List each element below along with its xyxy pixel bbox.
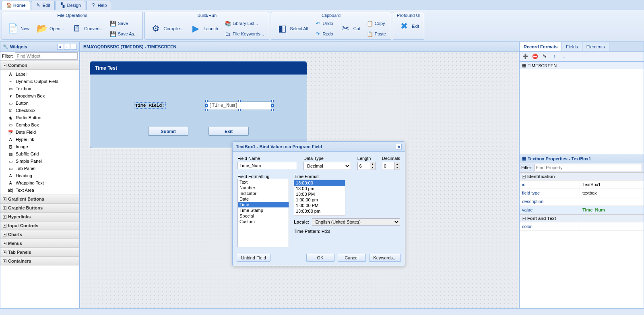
redo-button[interactable]: ↷Redo: [312, 29, 335, 39]
time-format-option[interactable]: 13:00:00 pm: [294, 208, 345, 214]
accordion-header[interactable]: +Containers: [0, 257, 79, 265]
save-button[interactable]: 💾Save: [107, 19, 140, 28]
selection-handle[interactable]: [271, 100, 274, 102]
widget-item[interactable]: ALabel: [0, 70, 79, 78]
record-list[interactable]: ▦TIMESCREEN: [519, 62, 644, 154]
record-item[interactable]: ▦TIMESCREEN: [520, 62, 644, 69]
accordion-header[interactable]: +Input Controls: [0, 221, 79, 230]
prop-val-description[interactable]: [580, 197, 644, 205]
time-format-option[interactable]: 1:00:00 pm: [294, 197, 345, 203]
submit-button[interactable]: Submit: [148, 127, 188, 136]
selection-handle[interactable]: [205, 100, 208, 102]
format-option[interactable]: Special: [238, 213, 289, 219]
time-format-option[interactable]: 1:00:00 PM: [294, 203, 345, 208]
tab-home[interactable]: 🏠Home: [2, 1, 30, 10]
locale-select[interactable]: English (United States): [312, 218, 400, 226]
add-record-button[interactable]: ➕: [522, 53, 528, 60]
widget-list[interactable]: −Common ALabel⋯Dynamic Output Field▭Text…: [0, 61, 79, 308]
prop-val-fieldtype[interactable]: textbox: [580, 189, 644, 197]
selection-handle[interactable]: [238, 100, 241, 102]
move-up-button[interactable]: ↑: [551, 53, 557, 60]
spinner-up[interactable]: ▲: [370, 162, 375, 166]
data-type-select[interactable]: Decimal: [303, 162, 351, 170]
prop-val-value[interactable]: Time_Num: [580, 206, 644, 214]
exit-form-button[interactable]: Exit: [208, 127, 249, 136]
prop-section-font[interactable]: −Font and Text: [520, 214, 644, 222]
dialog-header[interactable]: TextBox1 - Bind Value to a Program Field…: [233, 142, 405, 152]
time-format-listbox[interactable]: 13:00:0013:00 pm13:00 PM1:00:00 pm1:00:0…: [294, 180, 345, 216]
widget-item[interactable]: ab|Text Area: [0, 187, 79, 194]
remove-record-button[interactable]: ⛔: [532, 53, 538, 60]
length-input[interactable]: [357, 162, 370, 170]
bind-dialog[interactable]: TextBox1 - Bind Value to a Program Field…: [232, 141, 405, 266]
exit-button[interactable]: ✖Exit: [396, 19, 421, 34]
widget-item[interactable]: ▦Subfile Grid: [0, 150, 79, 158]
format-option[interactable]: Custom: [238, 219, 289, 224]
widget-item[interactable]: 🖼Image: [0, 143, 79, 150]
accordion-header[interactable]: +Gradient Buttons: [0, 195, 79, 203]
widget-item[interactable]: ⋯Dynamic Output Field: [0, 78, 79, 85]
form-panel[interactable]: Time Test Time Field: [Time_Num] Submit: [90, 61, 307, 148]
selection-handle[interactable]: [271, 109, 274, 111]
cut-button[interactable]: ✂Cut: [337, 21, 363, 36]
format-option[interactable]: Text: [238, 179, 289, 185]
widget-item[interactable]: ◉Radio Button: [0, 114, 79, 121]
time-format-option[interactable]: 13:00 PM: [294, 191, 345, 197]
selection-handle[interactable]: [238, 109, 241, 111]
selection-handle[interactable]: [205, 104, 208, 107]
collapse-left-button[interactable]: «: [57, 44, 63, 50]
undo-button[interactable]: ↶Undo: [312, 19, 335, 28]
tab-record-formats[interactable]: Record Formats: [520, 42, 562, 51]
time-format-option[interactable]: 13:00:00: [294, 180, 345, 186]
new-button[interactable]: 📄New: [4, 21, 32, 36]
format-option[interactable]: Number: [238, 185, 289, 191]
widget-item[interactable]: ▭Button: [0, 99, 79, 107]
widget-item[interactable]: AHeading: [0, 172, 79, 179]
prop-val-id[interactable]: TextBox1: [580, 180, 644, 189]
dialog-close-button[interactable]: ✕: [396, 144, 402, 149]
field-label[interactable]: Time Field:: [134, 103, 165, 108]
field-name-input[interactable]: [237, 162, 297, 169]
design-canvas[interactable]: Time Test Time Field: [Time_Num] Submit: [80, 52, 519, 309]
widget-item[interactable]: ▭Combo Box: [0, 121, 79, 128]
selection-handle[interactable]: [271, 104, 274, 107]
property-grid[interactable]: −Identification idTextBox1 field typetex…: [520, 172, 644, 308]
launch-button[interactable]: ▶Launch: [188, 21, 221, 36]
tab-fields[interactable]: Fields: [562, 42, 582, 51]
copy-button[interactable]: 📋Copy: [364, 19, 388, 28]
prop-section-identification[interactable]: −Identification: [520, 172, 644, 180]
ok-button[interactable]: OK: [306, 254, 334, 262]
open-button[interactable]: 📂Open...: [33, 21, 66, 36]
accordion-header[interactable]: +Charts: [0, 230, 79, 239]
widget-item[interactable]: ▾Dropdown Box: [0, 92, 79, 99]
widget-item[interactable]: 📅Date Field: [0, 128, 79, 136]
widget-item[interactable]: ☑Checkbox: [0, 107, 79, 114]
widget-item[interactable]: ▭Textbox: [0, 85, 79, 92]
widget-item[interactable]: AHyperlink: [0, 136, 79, 143]
format-option[interactable]: Time Stamp: [238, 207, 289, 213]
tab-design[interactable]: ▚Design: [56, 1, 85, 10]
accordion-header[interactable]: +Hyperlinks: [0, 212, 79, 221]
format-option[interactable]: Indicator: [238, 191, 289, 196]
accordion-header[interactable]: +Tab Panels: [0, 248, 79, 257]
widget-item[interactable]: ▭Tab Panel: [0, 165, 79, 172]
compile-button[interactable]: ⚙Compile...: [147, 21, 186, 36]
save-as-button[interactable]: 💾Save As...: [107, 29, 140, 39]
accordion-header[interactable]: +Graphic Buttons: [0, 203, 79, 212]
format-option[interactable]: Date: [238, 196, 289, 202]
convert-button[interactable]: 🖥Convert...: [68, 21, 106, 36]
move-down-button[interactable]: ↓: [561, 53, 567, 60]
accordion-common[interactable]: −Common: [0, 61, 79, 70]
edit-record-button[interactable]: ✎: [541, 53, 548, 60]
selection-handle[interactable]: [205, 109, 208, 111]
format-option[interactable]: Time: [238, 202, 289, 207]
spinner-up[interactable]: ▲: [395, 162, 400, 166]
select-all-button[interactable]: ◧Select All: [274, 21, 310, 36]
time-format-option[interactable]: 13:00 pm: [294, 186, 345, 191]
widget-filter-input[interactable]: [15, 52, 78, 60]
accordion-header[interactable]: +Menus: [0, 239, 79, 248]
expand-all-button[interactable]: +: [64, 44, 70, 50]
file-keywords-button[interactable]: 🗂File Keywords...: [222, 29, 266, 39]
tab-elements[interactable]: Elements: [582, 42, 609, 51]
prop-val-color[interactable]: [580, 222, 644, 230]
